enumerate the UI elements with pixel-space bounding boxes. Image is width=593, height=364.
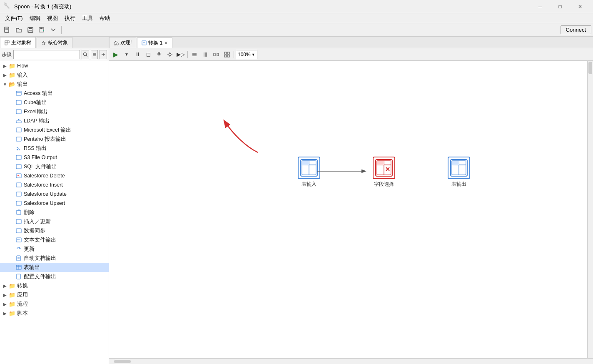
- minimize-button[interactable]: ─: [531, 0, 550, 13]
- menu-file[interactable]: 文件(F): [2, 14, 26, 23]
- tree-item-flow[interactable]: ▶ 📁 Flow: [0, 61, 109, 70]
- tree-item-rss-output[interactable]: RSS 输出: [0, 144, 109, 153]
- tree-item-access-output[interactable]: Access 输出: [0, 89, 109, 98]
- tree-item-data-sync[interactable]: 数据同步: [0, 226, 109, 235]
- node-table-input[interactable]: 表输入: [292, 157, 326, 188]
- menu-execute[interactable]: 执行: [61, 14, 79, 23]
- tab-welcome[interactable]: 欢迎!: [109, 37, 136, 48]
- canvas[interactable]: 表输入: [109, 61, 587, 358]
- main-toolbar: Connect: [0, 23, 593, 37]
- tree-item-pentaho-output[interactable]: Pentaho 报表输出: [0, 135, 109, 144]
- tree-item-update[interactable]: 更新: [0, 244, 109, 254]
- tree-item-config-output[interactable]: 配置文件输出: [0, 272, 109, 281]
- run-button[interactable]: ▶: [111, 50, 121, 59]
- tree-container[interactable]: ▶ 📁 Flow ▶ 📁 输入 ▼ 📂 输出 Access 输出: [0, 61, 109, 364]
- tab-core-objects[interactable]: 核心对象: [37, 37, 72, 48]
- toolbar-more[interactable]: [48, 25, 59, 35]
- tree-item-msexcel-output[interactable]: Microsoft Excel 输出: [0, 125, 109, 135]
- folder-icon-script: 📁: [8, 310, 16, 317]
- steps-label: 步骤: [2, 51, 12, 58]
- menu-tools[interactable]: 工具: [79, 14, 96, 23]
- tab-transform1-close[interactable]: ✕: [164, 40, 168, 46]
- tree-label-access-output: Access 输出: [24, 90, 53, 97]
- stop-button[interactable]: ◻: [143, 50, 153, 59]
- pause-button[interactable]: ⏸: [132, 50, 142, 59]
- main-objects-icon: [5, 40, 10, 45]
- tab-transform1[interactable]: 转换 1 ✕: [137, 37, 172, 48]
- svg-rect-23: [16, 128, 21, 132]
- svg-rect-20: [16, 100, 21, 105]
- canvas-scrollbar-vertical[interactable]: [587, 61, 593, 358]
- menu-edit[interactable]: 编辑: [26, 14, 44, 23]
- toolbar-new[interactable]: [2, 25, 12, 35]
- svg-rect-37: [16, 229, 21, 233]
- maximize-button[interactable]: □: [551, 0, 570, 13]
- canvas-scrollbar-horizontal[interactable]: [109, 358, 593, 364]
- search-input[interactable]: [13, 50, 80, 59]
- tree-item-s3-output[interactable]: S3 File Output: [0, 153, 109, 162]
- tree-item-cube-output[interactable]: Cube输出: [0, 98, 109, 107]
- tree-item-apply[interactable]: ▶ 📁 应用: [0, 290, 109, 299]
- chevron-apply: ▶: [2, 292, 8, 298]
- distribute-button[interactable]: [211, 50, 221, 59]
- svg-rect-7: [40, 27, 42, 29]
- step-icon-cube: [15, 99, 22, 106]
- svg-rect-36: [16, 219, 21, 224]
- grid-button[interactable]: [222, 50, 232, 59]
- right-area: 欢迎! 转换 1 ✕ ▶ ▼ ⏸ ◻ 👁 ▶▷: [109, 37, 593, 364]
- tree-item-sf-update[interactable]: Salesforce Update: [0, 189, 109, 199]
- align-v-button[interactable]: [200, 50, 210, 59]
- collapse-all-btn[interactable]: [91, 50, 98, 59]
- tree-label-text-output: 文本文件输出: [24, 237, 56, 244]
- menu-help[interactable]: 帮助: [96, 14, 114, 23]
- node-field-select[interactable]: 字段选择: [367, 157, 401, 188]
- tree-item-sql-output[interactable]: SQL 文件输出: [0, 162, 109, 171]
- svg-rect-4: [29, 27, 32, 29]
- toolbar-open[interactable]: [13, 25, 24, 35]
- toolbar-save[interactable]: [25, 25, 36, 35]
- toolbar-saveas[interactable]: [37, 25, 47, 35]
- tab-main-objects-label: 主对象树: [11, 39, 31, 46]
- settings-button[interactable]: [165, 50, 175, 59]
- tree-item-sf-delete[interactable]: Salesforce Delete: [0, 171, 109, 180]
- folder-icon-transform: 📁: [8, 282, 16, 289]
- left-panel: 主对象树 核心对象 步骤 ▶ 📁: [0, 37, 109, 364]
- step-icon-rss: [15, 145, 22, 152]
- expand-all-btn[interactable]: [100, 50, 107, 59]
- tree-item-excel-output[interactable]: Excel输出: [0, 107, 109, 116]
- preview-button[interactable]: 👁: [154, 50, 164, 59]
- zoom-value: 100%: [238, 52, 251, 57]
- step-icon-ldap: [15, 117, 22, 124]
- close-button[interactable]: ✕: [571, 0, 590, 13]
- tree-item-transform[interactable]: ▶ 📁 转换: [0, 281, 109, 290]
- tab-main-objects[interactable]: 主对象树: [0, 37, 36, 48]
- svg-line-12: [86, 55, 87, 57]
- connect-button[interactable]: Connect: [561, 25, 591, 34]
- run-step-button[interactable]: ▶▷: [176, 50, 186, 59]
- tree-item-delete[interactable]: 删除: [0, 208, 109, 217]
- tree-item-input[interactable]: ▶ 📁 输入: [0, 70, 109, 80]
- tree-item-sf-insert[interactable]: Salesforce Insert: [0, 180, 109, 189]
- run-dropdown[interactable]: ▼: [122, 50, 132, 59]
- svg-rect-18: [16, 91, 21, 95]
- search-mode-btn[interactable]: [82, 50, 89, 59]
- tree-item-output[interactable]: ▼ 📂 输出: [0, 80, 109, 89]
- tree-item-table-output[interactable]: 表输出: [0, 263, 109, 272]
- tree-item-text-output[interactable]: 文本文件输出: [0, 235, 109, 244]
- tree-item-sf-upsert[interactable]: Salesforce Upsert: [0, 199, 109, 208]
- tree-item-insert-update[interactable]: 插入／更新: [0, 217, 109, 226]
- tree-item-script[interactable]: ▶ 📁 脚本: [0, 309, 109, 318]
- zoom-selector[interactable]: 100% ▼: [236, 50, 257, 59]
- zoom-dropdown-icon: ▼: [252, 52, 255, 57]
- svg-rect-26: [16, 155, 21, 160]
- node-table-output[interactable]: 表输出: [442, 157, 476, 188]
- tree-label-table-output: 表输出: [24, 264, 40, 271]
- main-layout: 主对象树 核心对象 步骤 ▶ 📁: [0, 37, 593, 364]
- menu-view[interactable]: 视图: [44, 14, 61, 23]
- svg-rect-87: [452, 161, 459, 165]
- tree-item-process[interactable]: ▶ 📁 流程: [0, 299, 109, 309]
- tree-item-ldap-output[interactable]: LDAP 输出: [0, 116, 109, 125]
- align-h-button[interactable]: [189, 50, 199, 59]
- folder-icon-process: 📁: [8, 301, 16, 307]
- tree-item-auto-doc-output[interactable]: 自动文档输出: [0, 254, 109, 263]
